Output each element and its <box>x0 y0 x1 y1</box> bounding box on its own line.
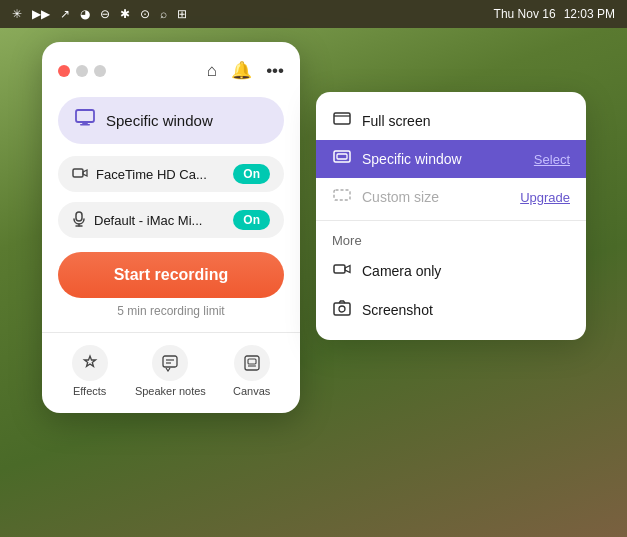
mic-row: Default - iMac Mi... On <box>58 202 284 238</box>
svg-rect-1 <box>82 122 88 124</box>
screenshot-label: Screenshot <box>362 302 570 318</box>
svg-rect-7 <box>163 356 177 367</box>
menu-bar-left: ✳ ▶▶ ↗ ◕ ⊖ ✱ ⊙ ⌕ ⊞ <box>12 7 187 21</box>
mode-label: Specific window <box>106 112 213 129</box>
bottom-toolbar: Effects Speaker notes Canva <box>58 345 284 397</box>
menubar-battery-icon: ⊞ <box>177 7 187 21</box>
custom-size-upgrade[interactable]: Upgrade <box>520 190 570 205</box>
menubar-icon-6: ✱ <box>120 7 130 21</box>
camera-only-label: Camera only <box>362 263 570 279</box>
svg-rect-10 <box>245 356 259 370</box>
more-section-label: More <box>316 225 586 252</box>
effects-icon <box>72 345 108 381</box>
mic-row-left: Default - iMac Mi... <box>72 211 202 230</box>
mode-selector[interactable]: Specific window <box>58 97 284 144</box>
fullscreen-icon <box>332 112 352 130</box>
canvas-icon <box>234 345 270 381</box>
menubar-icon-3: ↗ <box>60 7 70 21</box>
minimize-button[interactable] <box>76 65 88 77</box>
dropdown-panel: Full screen Specific window Select Custo… <box>316 92 586 340</box>
monitor-icon <box>74 107 96 134</box>
svg-rect-2 <box>80 124 90 126</box>
canvas-label: Canvas <box>233 385 270 397</box>
home-icon[interactable]: ⌂ <box>207 61 217 81</box>
menu-bar-right: Thu Nov 16 12:03 PM <box>494 7 615 21</box>
mic-name: Default - iMac Mi... <box>94 213 202 228</box>
menubar-icon-5: ⊖ <box>100 7 110 21</box>
dropdown-camera-only[interactable]: Camera only <box>316 252 586 290</box>
svg-rect-3 <box>73 169 83 177</box>
speaker-notes-icon <box>152 345 188 381</box>
bell-icon[interactable]: 🔔 <box>231 60 252 81</box>
speaker-notes-item[interactable]: Speaker notes <box>135 345 206 397</box>
mic-icon <box>72 211 86 230</box>
traffic-lights <box>58 65 106 77</box>
menubar-icon-4: ◕ <box>80 7 90 21</box>
dropdown-divider <box>316 220 586 221</box>
specific-window-label: Specific window <box>362 151 524 167</box>
dropdown-fullscreen[interactable]: Full screen <box>316 102 586 140</box>
svg-rect-0 <box>76 110 94 122</box>
dropdown-custom-size[interactable]: Custom size Upgrade <box>316 178 586 216</box>
menubar-time: 12:03 PM <box>564 7 615 21</box>
recording-limit: 5 min recording limit <box>58 304 284 318</box>
svg-rect-13 <box>334 113 350 124</box>
effects-item[interactable]: Effects <box>72 345 108 397</box>
mic-toggle[interactable]: On <box>233 210 270 230</box>
menubar-date: Thu Nov 16 <box>494 7 556 21</box>
fullscreen-label: Full screen <box>362 113 570 129</box>
dropdown-specific-window[interactable]: Specific window Select <box>316 140 586 178</box>
maximize-button[interactable] <box>94 65 106 77</box>
svg-rect-17 <box>334 190 350 200</box>
menu-bar: ✳ ▶▶ ↗ ◕ ⊖ ✱ ⊙ ⌕ ⊞ Thu Nov 16 12:03 PM <box>0 0 627 28</box>
specific-window-icon <box>332 150 352 168</box>
speaker-notes-label: Speaker notes <box>135 385 206 397</box>
main-panel: ⌂ 🔔 ••• Specific window FaceTime HD Ca..… <box>42 42 300 413</box>
svg-rect-19 <box>334 303 350 315</box>
custom-size-icon <box>332 188 352 206</box>
camera-toggle[interactable]: On <box>233 164 270 184</box>
svg-rect-18 <box>334 265 345 273</box>
canvas-item[interactable]: Canvas <box>233 345 270 397</box>
header-icons: ⌂ 🔔 ••• <box>207 60 284 81</box>
menubar-wifi-icon: ⊙ <box>140 7 150 21</box>
custom-size-label: Custom size <box>362 189 510 205</box>
effects-label: Effects <box>73 385 106 397</box>
menubar-search-icon: ⌕ <box>160 7 167 21</box>
dropdown-screenshot[interactable]: Screenshot <box>316 290 586 330</box>
menubar-icon-1: ✳ <box>12 7 22 21</box>
close-button[interactable] <box>58 65 70 77</box>
specific-window-select[interactable]: Select <box>534 152 570 167</box>
svg-rect-4 <box>76 212 82 221</box>
menubar-icon-2: ▶▶ <box>32 7 50 21</box>
more-options-icon[interactable]: ••• <box>266 61 284 81</box>
title-bar: ⌂ 🔔 ••• <box>58 60 284 81</box>
camera-icon <box>72 166 88 183</box>
svg-rect-11 <box>248 359 256 364</box>
camera-row-left: FaceTime HD Ca... <box>72 166 207 183</box>
camera-row: FaceTime HD Ca... On <box>58 156 284 192</box>
svg-rect-16 <box>337 154 347 159</box>
panel-divider <box>42 332 300 333</box>
screenshot-icon <box>332 300 352 320</box>
camera-name: FaceTime HD Ca... <box>96 167 207 182</box>
camera-only-icon <box>332 262 352 280</box>
start-recording-button[interactable]: Start recording <box>58 252 284 298</box>
svg-point-20 <box>339 306 345 312</box>
